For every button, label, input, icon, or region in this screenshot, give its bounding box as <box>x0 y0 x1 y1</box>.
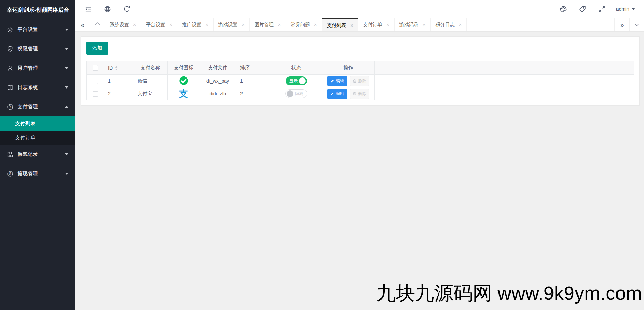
delete-button[interactable]: 删除 <box>350 76 369 86</box>
cell-status: 隐藏 <box>270 87 322 100</box>
cell-file: di_wx_pay <box>200 75 236 87</box>
close-icon[interactable]: × <box>423 22 426 27</box>
row-checkbox[interactable] <box>93 91 98 97</box>
close-icon[interactable]: × <box>205 22 208 27</box>
row-checkbox[interactable] <box>93 79 98 84</box>
admin-username: admin <box>616 6 629 12</box>
yen-circle-icon: ¥ <box>7 104 13 110</box>
tabs-scroll-right-button[interactable]: » <box>614 18 629 31</box>
sidebar-item-logs[interactable]: 日志系统 <box>0 78 75 97</box>
chevron-up-icon <box>65 106 68 108</box>
delete-button[interactable]: 删除 <box>350 89 369 99</box>
close-icon[interactable]: × <box>350 23 353 28</box>
sidebar-item-permissions[interactable]: 权限管理 <box>0 39 75 59</box>
grid-icon <box>7 151 13 158</box>
chevron-down-icon <box>65 173 68 175</box>
pencil-icon <box>330 92 334 96</box>
home-tab-button[interactable] <box>90 18 105 31</box>
sidebar-subitem-payment-list[interactable]: 支付列表 <box>0 116 75 131</box>
globe-icon[interactable] <box>104 5 111 13</box>
column-header-name: 支付名称 <box>133 61 168 75</box>
column-header-filler <box>375 61 634 75</box>
tab-system-settings[interactable]: 系统设置× <box>105 18 141 31</box>
sidebar-item-game-records[interactable]: 游戏记录 <box>0 145 75 164</box>
alipay-icon: 支 <box>179 89 188 99</box>
table-header-row: ID 支付名称 支付图标 支付文件 排序 状态 操作 <box>87 61 634 75</box>
edit-button[interactable]: 编辑 <box>327 76 347 86</box>
tabbar: « 系统设置× 平台设置× 推广设置× 游戏设置× 图片管理× 常见问题× 支付… <box>75 18 644 32</box>
sidebar-item-withdrawals[interactable]: $ 提现管理 <box>0 164 75 183</box>
chevron-down-icon <box>65 86 68 89</box>
chevron-down-icon <box>65 67 68 69</box>
sidebar-item-label: 权限管理 <box>18 46 38 52</box>
select-all-cell <box>87 61 104 75</box>
select-all-checkbox[interactable] <box>93 65 98 71</box>
tabs-scroll-left-button[interactable]: « <box>75 18 90 31</box>
pencil-icon <box>330 79 334 83</box>
collapse-menu-icon[interactable] <box>84 5 92 13</box>
cell-sort: 2 <box>236 87 270 100</box>
refresh-icon[interactable] <box>123 5 130 13</box>
cell-filler <box>375 87 634 100</box>
sidebar-item-payments[interactable]: ¥ 支付管理 <box>0 97 75 116</box>
sidebar-subitem-payment-orders[interactable]: 支付订单 <box>0 131 75 145</box>
column-header-id[interactable]: ID <box>104 61 133 75</box>
home-icon <box>94 22 101 28</box>
chevron-down-icon <box>65 29 68 31</box>
column-header-status: 状态 <box>270 61 322 75</box>
close-icon[interactable]: × <box>314 22 317 27</box>
tag-icon[interactable] <box>579 5 587 13</box>
table-row: 1 微信 di_wx_pay 1 <box>87 75 634 87</box>
close-icon[interactable]: × <box>169 22 172 27</box>
fullscreen-icon[interactable] <box>598 5 606 13</box>
shield-icon <box>7 46 13 52</box>
table-row: 2 支付宝 支 didi_zfb 2 隐藏 <box>87 87 634 100</box>
tab-payment-list[interactable]: 支付列表× <box>322 18 358 31</box>
admin-dropdown[interactable]: admin <box>616 6 635 12</box>
svg-text:$: $ <box>9 172 11 176</box>
top-toolbar: admin <box>75 0 644 18</box>
column-header-file: 支付文件 <box>200 61 236 75</box>
sidebar-item-platform-settings[interactable]: 平台设置 <box>0 20 75 39</box>
tab-payment-orders[interactable]: 支付订单× <box>358 18 394 31</box>
tabs-menu-button[interactable] <box>629 18 644 31</box>
content-area: 添加 ID 支付名称 支付图标 <box>75 32 644 310</box>
close-icon[interactable]: × <box>278 22 281 27</box>
tab-game-settings[interactable]: 游戏设置× <box>214 18 250 31</box>
close-icon[interactable]: × <box>133 22 136 27</box>
tab-image-management[interactable]: 图片管理× <box>250 18 286 31</box>
sidebar-item-label: 日志系统 <box>18 84 38 91</box>
sidebar-item-label: 用户管理 <box>18 65 38 71</box>
status-toggle[interactable]: 显示 <box>286 76 307 85</box>
tab-faq[interactable]: 常见问题× <box>286 18 322 31</box>
close-icon[interactable]: × <box>386 22 389 27</box>
tab-game-records[interactable]: 游戏记录× <box>395 18 431 31</box>
sort-icon[interactable] <box>115 66 118 70</box>
cell-name: 支付宝 <box>133 87 168 100</box>
toggle-knob <box>287 90 293 97</box>
sidebar-item-users[interactable]: 用户管理 <box>0 59 75 78</box>
wechat-icon <box>179 76 189 86</box>
cell-id: 1 <box>104 75 133 87</box>
edit-button[interactable]: 编辑 <box>327 89 347 99</box>
tab-platform-settings[interactable]: 平台设置× <box>141 18 177 31</box>
cell-name: 微信 <box>133 75 168 87</box>
book-icon <box>7 84 13 91</box>
tab-points-log[interactable]: 积分日志× <box>431 18 467 31</box>
main-area: admin « 系统设置× 平台设置× 推广设置× 游戏设置× 图片管理× 常见… <box>75 0 644 310</box>
gear-icon <box>7 27 13 33</box>
cell-filler <box>375 75 634 87</box>
column-header-sort: 排序 <box>236 61 270 75</box>
tab-promo-settings[interactable]: 推广设置× <box>177 18 213 31</box>
dollar-circle-icon: $ <box>7 170 13 177</box>
cell-id: 2 <box>104 87 133 100</box>
add-button[interactable]: 添加 <box>86 42 108 55</box>
user-icon <box>7 65 13 72</box>
app-root: 幸运刮刮乐-创颜网络后台 平台设置 权限管理 用户管理 <box>0 0 644 310</box>
app-title: 幸运刮刮乐-创颜网络后台 <box>0 0 75 20</box>
palette-icon[interactable] <box>560 5 567 13</box>
close-icon[interactable]: × <box>459 22 462 27</box>
watermark-text: 九块九源码网 www.9k9ym.com <box>376 280 642 307</box>
close-icon[interactable]: × <box>242 22 245 27</box>
status-toggle[interactable]: 隐藏 <box>285 89 307 98</box>
